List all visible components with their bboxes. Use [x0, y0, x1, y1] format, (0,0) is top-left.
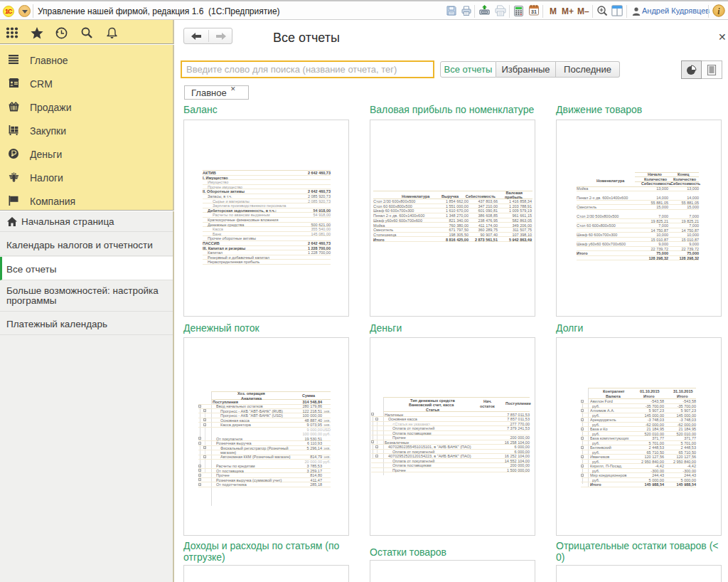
svg-text:31: 31: [531, 9, 537, 14]
